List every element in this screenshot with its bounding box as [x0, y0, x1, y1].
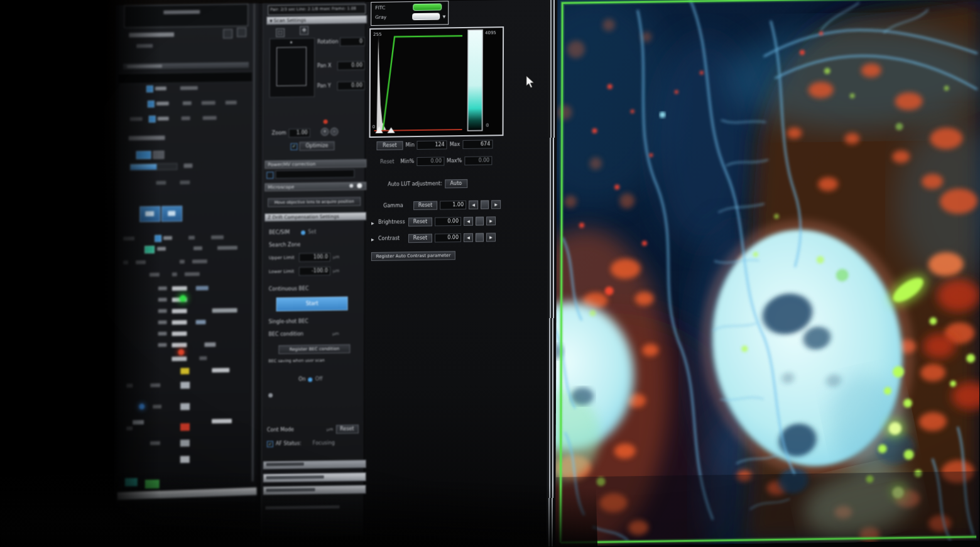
max-pct-field[interactable]: 0.00 [464, 156, 492, 165]
collapsed-section-bar[interactable] [263, 472, 366, 482]
header-dot-icon [357, 183, 362, 188]
channel-checkbox[interactable] [146, 86, 153, 92]
channel-color-swatch-gray[interactable] [180, 403, 190, 410]
register-bec-button[interactable]: Register BEC condition [278, 345, 350, 355]
rotation-field[interactable]: 0 [340, 37, 365, 47]
optimize-button[interactable]: Optimize [299, 141, 334, 151]
gamma-decrease-icon[interactable]: ◀ [469, 201, 478, 209]
hv-checkbox[interactable] [266, 172, 273, 179]
contrast-reset-button[interactable]: Reset [408, 234, 432, 243]
pan-y-field[interactable]: 0.00 [337, 81, 365, 91]
contrast-slider[interactable] [476, 233, 484, 242]
intensity-slider[interactable] [129, 163, 177, 170]
lower-limit-field[interactable]: -100.0 [299, 267, 330, 276]
image-viewer[interactable] [555, 0, 980, 546]
mode-toggle-button[interactable] [153, 151, 164, 159]
bec-set-label[interactable]: Set [308, 229, 316, 235]
histogram-display[interactable]: 255 0 4095 0 [369, 26, 504, 138]
contrast-expander-icon[interactable]: ▶ [371, 236, 376, 241]
scan-direction-button[interactable] [161, 206, 182, 221]
single-shot-bec-label: Single-shot BEC [269, 318, 308, 325]
detector-checkbox[interactable] [155, 235, 161, 242]
hist-x-min: 0 [373, 124, 376, 130]
z-drift-section-header[interactable]: Z Drift Compensation Settings [264, 212, 366, 221]
tool-icon[interactable] [237, 28, 246, 37]
max-field[interactable]: 674 [462, 140, 493, 149]
cont-mode-label: Cont Mode [267, 427, 294, 434]
auto-lut-button[interactable]: Auto [445, 179, 467, 189]
max-pct-label: Max% [447, 158, 462, 164]
lut-panel: FITC Gray ▼ [369, 0, 504, 267]
channel-gray-color-pill[interactable] [412, 13, 440, 21]
upper-limit-field[interactable]: 100.0 [299, 253, 330, 262]
af-checkbox[interactable]: ✓ [267, 441, 273, 447]
channel-color-swatch-gray[interactable] [180, 439, 190, 446]
toggle-on-label[interactable]: On [298, 377, 305, 383]
brightness-increase-icon[interactable]: ▶ [486, 216, 496, 225]
brightness-slider[interactable] [476, 217, 484, 226]
channel-fitc-label[interactable]: FITC [375, 4, 394, 11]
channel-fitc-color-pill[interactable] [413, 3, 442, 11]
move-objective-button[interactable]: Move objective lens to acquire position [268, 197, 361, 207]
pan-x-field[interactable]: 0.00 [337, 61, 365, 70]
hv-field[interactable] [275, 169, 354, 179]
channel-checkbox[interactable] [149, 116, 156, 123]
brightness-field[interactable]: 0.00 [435, 217, 461, 226]
zoom-out-button[interactable]: – [330, 128, 339, 136]
percent-reset-button[interactable]: Reset [376, 158, 398, 165]
brightness-reset-button[interactable]: Reset [408, 218, 432, 227]
scan-direction-button[interactable] [139, 206, 160, 222]
min-field[interactable]: 124 [417, 140, 447, 150]
scan-status-text: Pair: 2/3 sec Line: 2.1/8 msec Frame: 1.… [268, 4, 366, 15]
channel-color-swatch-gray[interactable] [180, 456, 190, 463]
zoom-field[interactable]: 1.00 [289, 128, 310, 137]
brightness-decrease-icon[interactable]: ◀ [464, 217, 473, 226]
brightness-expander-icon[interactable]: ▶ [371, 220, 376, 224]
rotation-label: Rotation [317, 39, 339, 45]
scan-region-rect[interactable] [276, 47, 307, 86]
blurred-label [136, 44, 153, 48]
channel-dropdown-icon[interactable]: ▼ [443, 14, 446, 18]
channel-color-swatch-red[interactable] [180, 423, 190, 431]
gamma-field[interactable]: 1.00 [440, 201, 466, 210]
gamma-increase-icon[interactable]: ▶ [491, 200, 501, 209]
photo-of-monitor: Pair: 2/3 sec Line: 2.1/8 msec Frame: 1.… [0, 0, 980, 547]
mode-toggle-button[interactable] [136, 151, 151, 159]
toggle-off-label[interactable]: Off [315, 376, 323, 382]
microscope-section-header[interactable]: Microscope [264, 182, 366, 191]
contrast-field[interactable]: 0.00 [435, 233, 461, 243]
channel-checkbox[interactable] [148, 101, 155, 108]
contrast-decrease-icon[interactable]: ◀ [464, 233, 473, 242]
crop-tool-icon[interactable]: ⬚ [276, 28, 285, 37]
tool-icon[interactable] [223, 29, 232, 38]
power-hv-section-header[interactable]: Power/HV correction [264, 159, 366, 169]
bec-saving-toggle[interactable] [308, 377, 313, 382]
scan-area-preview[interactable] [270, 38, 315, 97]
cont-mode-reset-button[interactable]: Reset [335, 424, 358, 434]
channel-color-swatch-yellow[interactable] [180, 368, 189, 374]
channel-color-swatch-teal[interactable] [144, 246, 155, 253]
register-auto-contrast-button[interactable]: Register Auto Contrast parameter [371, 251, 455, 261]
bec-condition-unit: μm [332, 331, 339, 337]
gamma-reset-button[interactable]: Reset [413, 201, 437, 211]
contrast-increase-icon[interactable]: ▶ [486, 233, 496, 241]
status-swatch-teal [125, 478, 138, 486]
status-swatch-green [145, 480, 160, 489]
min-pct-field[interactable]: 0.00 [416, 157, 444, 166]
collapsed-section-bar[interactable] [263, 460, 366, 469]
scrollbar[interactable] [252, 4, 256, 482]
gamma-slider[interactable] [481, 200, 489, 209]
min-label: Min [405, 142, 414, 148]
continuous-bec-start-button[interactable]: Start [276, 297, 348, 312]
scan-settings-header[interactable]: ▼ Scan Settings [266, 15, 367, 25]
optimize-checkbox[interactable]: ✓ [290, 143, 297, 150]
channel-gray-label[interactable]: Gray [375, 14, 393, 20]
bec-sim-toggle[interactable] [301, 230, 305, 235]
section-header[interactable] [122, 62, 249, 70]
pan-x-label: Pan X [317, 63, 332, 69]
pan-tool-icon[interactable]: ✥ [300, 26, 308, 35]
range-reset-button[interactable]: Reset [376, 141, 403, 150]
collapsed-section-bar[interactable] [263, 485, 366, 495]
zoom-in-button[interactable]: + [321, 128, 329, 136]
channel-color-swatch-gray[interactable] [180, 382, 190, 389]
